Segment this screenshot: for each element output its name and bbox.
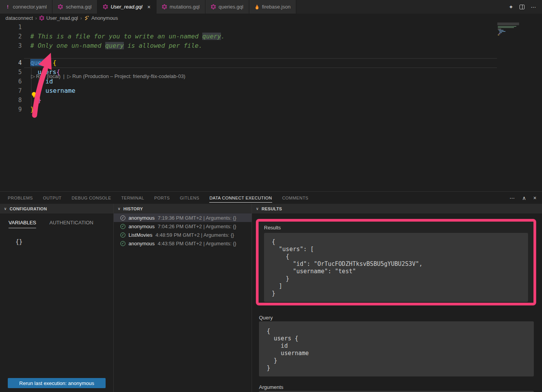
history-row[interactable]: ✓ anonymous 4:43:58 PM GMT+2 | Arguments… [114,239,252,248]
breadcrumb: dataconnect › User_read.gql › Anon [0,14,542,23]
minimap-line [498,26,516,27]
line-number: 9 [0,105,22,114]
chevron-down-icon: ∨ [256,206,259,211]
bottom-panel: PROBLEMS OUTPUT DEBUG CONSOLE TERMINAL P… [0,191,542,392]
tab-mutations-gql[interactable]: mutations.gql [156,0,205,14]
configuration-tabs: VARIABLES AUTHENTICATION [0,213,113,228]
graphql-icon [162,4,167,9]
run-production-link[interactable]: ▷Run (Production – Project: friendly-fli… [67,73,185,80]
results-json: { "users": [ { "id": "OrTucFODZHTksvBSBU… [264,233,528,302]
editor-actions: ✦ ⋯ [509,0,542,14]
panel-tab-ports[interactable]: PORTS [154,193,170,203]
tab-label: firebase.json [262,4,291,10]
query-symbol-icon [84,16,89,21]
query-label: Query [259,315,273,321]
line-number: 6 [0,77,22,86]
graphql-icon [39,16,44,21]
minimap[interactable] [497,23,542,191]
tab-label: schema.gql [66,4,91,10]
check-icon: ✓ [120,215,125,220]
code-line-3: # Only one un-named query is allowed per… [30,41,202,50]
tab-queries-gql[interactable]: queries.gql [205,0,249,14]
panel-tab-data-connect-execution[interactable]: DATA CONNECT EXECUTION [209,193,272,203]
minimap-line [499,31,506,32]
breadcrumb-separator: › [35,15,37,21]
results-label: Results [264,225,533,231]
graphql-icon [103,4,108,9]
panel-tab-debug-console[interactable]: DEBUG CONSOLE [72,193,111,203]
history-section: ∨ HISTORY ✓ anonymous 7:19:36 PM GMT+2 |… [113,204,252,392]
results-header[interactable]: ∨ RESULTS [252,204,542,213]
code-line-4: query { [30,58,56,68]
arguments-label: Arguments [259,384,283,390]
graphql-icon [58,4,63,9]
run-icon: ▷ [31,73,35,80]
tab-label: queries.gql [219,4,243,10]
line-number: 5 [0,68,22,77]
panel-tab-gitlens[interactable]: GITLENS [180,193,199,203]
tab-user-read-gql[interactable]: User_read.gql × [97,0,156,14]
breadcrumb-item-dataconnect[interactable]: dataconnect [5,15,33,21]
code-editor[interactable]: 1 2 3 4 5 6 7 8 9 # This is a file for y… [0,23,542,191]
check-icon: ✓ [120,232,125,238]
tab-label: mutations.gql [170,4,200,10]
more-actions-icon[interactable]: ⋯ [509,195,515,201]
code-line-6: id [45,77,53,86]
minimap-line [499,32,502,33]
run-icon: ▷ [67,73,71,80]
more-actions-icon[interactable]: ⋯ [531,4,537,10]
panel-tab-bar: PROBLEMS OUTPUT DEBUG CONSOLE TERMINAL P… [0,192,542,204]
tab-schema-gql[interactable]: schema.gql [52,0,97,14]
history-row[interactable]: ✓ anonymous 7:04:26 PM GMT+2 | Arguments… [114,222,252,231]
tab-label: User_read.gql [111,4,142,10]
tab-firebase-json[interactable]: firebase.json [249,0,297,14]
history-row[interactable]: ✓ ListMovies 4:48:59 PM GMT+2 | Argument… [114,231,252,239]
close-panel-icon[interactable]: × [533,195,537,201]
chevron-down-icon: ∨ [118,206,121,211]
breadcrumb-item-file[interactable]: User_read.gql [39,15,78,21]
lightbulb-icon[interactable] [32,92,36,96]
code-line-5: users{ [38,68,60,77]
code-line-8: } [38,95,42,105]
close-icon[interactable]: × [148,4,151,10]
code-line-7: username [45,86,75,95]
graphql-icon [211,4,216,9]
tab-authentication[interactable]: AUTHENTICATION [49,220,93,228]
tab-variables[interactable]: VARIABLES [9,220,36,228]
panel-tab-terminal[interactable]: TERMINAL [121,193,144,203]
minimap-line [498,29,501,29]
tab-connector-yaml[interactable]: ! connector.yaml [0,0,52,14]
word-highlight: query [105,42,124,49]
minimap-line [499,33,500,34]
sparkle-icon[interactable]: ✦ [509,4,513,10]
results-highlight-box: Results { "users": [ { "id": "OrTucFODZH… [256,219,536,305]
panel-tab-comments[interactable]: COMMENTS [282,193,309,203]
line-number: 8 [0,95,22,105]
rerun-button[interactable]: Rerun last execution: anonymous [8,378,106,388]
configuration-header[interactable]: ∨ CONFIGURATION [0,204,113,213]
split-editor-icon[interactable] [519,5,525,9]
panel-tab-problems[interactable]: PROBLEMS [8,193,33,203]
panel-actions: ⋯ ∧ × [509,195,542,201]
maximize-panel-icon[interactable]: ∧ [522,195,526,201]
minimap-slider[interactable] [497,23,519,25]
vscode-window: ! connector.yaml schema.gql [0,0,542,392]
breadcrumb-separator: › [80,15,82,21]
word-highlight: query [202,33,221,40]
breadcrumb-item-anonymous[interactable]: Anonymous [84,15,118,21]
check-icon: ✓ [120,241,125,246]
firebase-flame-icon [255,4,259,10]
line-number: 2 [0,32,22,41]
line-number: 1 [0,23,22,32]
code-line-9: } [30,105,34,114]
tab-label: connector.yaml [13,4,47,10]
code-lens-divider: | [63,73,64,80]
yaml-warning-icon: ! [5,4,10,10]
history-header[interactable]: ∨ HISTORY [114,204,252,213]
minimap-line [499,30,504,31]
code-line-2: # This is a file for you to write an un-… [30,32,225,41]
history-row[interactable]: ✓ anonymous 7:19:36 PM GMT+2 | Arguments… [114,213,252,222]
panel-tab-output[interactable]: OUTPUT [43,193,62,203]
minimap-line [498,27,514,28]
variables-value[interactable]: {} [16,238,113,245]
